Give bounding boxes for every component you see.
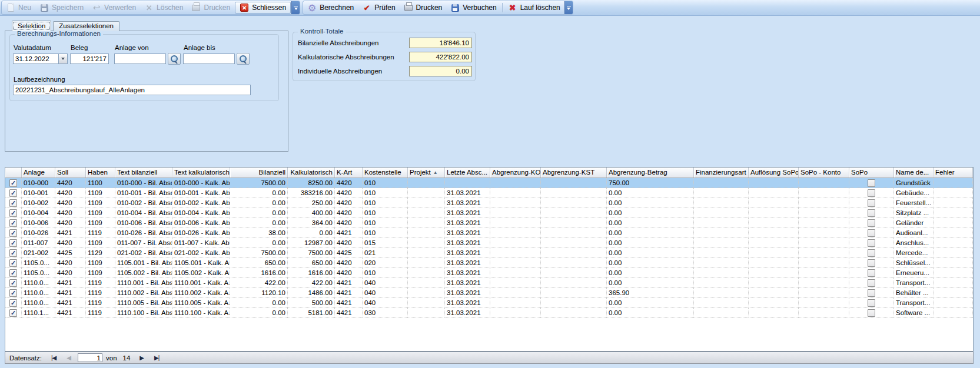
cell-fehler: [934, 228, 973, 237]
sopo-checkbox[interactable]: [868, 269, 875, 277]
sopo-checkbox[interactable]: [868, 259, 875, 267]
column-header-sopo_konto[interactable]: SoPo - Konto: [799, 168, 849, 178]
column-header-name[interactable]: Name de...: [894, 168, 934, 178]
next-record-button[interactable]: ▶: [136, 354, 147, 361]
column-header-soll[interactable]: Soll: [55, 168, 86, 178]
cell-sel: ✓: [5, 178, 22, 188]
first-record-button[interactable]: |◀: [48, 354, 59, 361]
cell-aufl_sopo: [749, 278, 799, 287]
sopo-checkbox[interactable]: [868, 209, 875, 217]
drucken-button[interactable]: Drucken: [187, 1, 234, 14]
sopo-checkbox[interactable]: [868, 229, 875, 237]
column-header-finanzierungsart[interactable]: Finanzierungsart: [694, 168, 749, 178]
schliessen-button[interactable]: ✕ Schliessen: [235, 2, 291, 14]
table-row[interactable]: ✓010-00244201109010-002 - Bil. Absc...01…: [5, 198, 973, 208]
sopo-checkbox[interactable]: [868, 219, 875, 227]
row-checkbox[interactable]: ✓: [9, 199, 17, 207]
table-row[interactable]: ✓010-00044201100010-000 - Bil. Absc...01…: [5, 178, 973, 188]
row-checkbox[interactable]: ✓: [9, 309, 17, 317]
loeschen-button[interactable]: ✕ Löschen: [140, 1, 187, 14]
column-header-kalkulatorisch[interactable]: Kalkulatorisch: [288, 168, 335, 178]
table-row[interactable]: ✓010-00644201109010-006 - Bil. Absc...01…: [5, 218, 973, 228]
row-checkbox[interactable]: ✓: [9, 269, 17, 277]
column-header-bilanziell[interactable]: Bilanziell: [230, 168, 288, 178]
table-row[interactable]: ✓1110.0...442111191110.002 - Bil. Abs...…: [5, 288, 973, 298]
schliessen-label: Schliessen: [252, 4, 286, 12]
verwerfen-button[interactable]: ↩ Verwerfen: [88, 1, 140, 14]
table-row[interactable]: ✓021-00244251129021-002 - Bil. Absc...02…: [5, 248, 973, 258]
sopo-checkbox[interactable]: [868, 299, 875, 307]
table-row[interactable]: ✓1110.0...442111191110.005 - Bil. Abs...…: [5, 298, 973, 308]
toolbar-overflow-button[interactable]: [564, 1, 573, 14]
previous-record-button[interactable]: ◀: [63, 354, 74, 361]
sopo-checkbox[interactable]: [868, 309, 875, 317]
column-header-anlage[interactable]: Anlage: [22, 168, 55, 178]
table-row[interactable]: ✓010-00144201109010-001 - Bil. Absc...01…: [5, 188, 973, 198]
column-header-projekt[interactable]: Projekt▲: [408, 168, 445, 178]
sopo-checkbox[interactable]: [868, 249, 875, 257]
current-record-input[interactable]: [78, 353, 102, 362]
row-checkbox[interactable]: ✓: [9, 259, 17, 267]
cell-sopo: [849, 248, 894, 257]
column-header-kostenstelle[interactable]: Kostenstelle: [363, 168, 408, 178]
cell-sopo_konto: [799, 238, 849, 247]
sopo-checkbox[interactable]: [868, 199, 875, 207]
cell-kalkulatorisch: 650.00: [288, 258, 335, 267]
column-header-kart[interactable]: K-Art: [335, 168, 363, 178]
row-checkbox[interactable]: ✓: [9, 229, 17, 237]
sopo-checkbox[interactable]: [868, 179, 875, 187]
cell-kalkulatorisch: 400.00: [288, 208, 335, 218]
verbuchen-button[interactable]: Verbuchen: [446, 1, 500, 14]
pruefen-button[interactable]: ✔ Prüfen: [358, 1, 399, 14]
row-checkbox[interactable]: ✓: [9, 179, 17, 187]
tab-selektion[interactable]: Selektion: [12, 21, 51, 31]
cell-kostenstelle: 021: [363, 248, 408, 257]
last-record-button[interactable]: ▶|: [151, 354, 162, 361]
cell-aufl_sopo: [749, 238, 799, 247]
sopo-checkbox[interactable]: [868, 279, 875, 287]
toolbar-overflow-button[interactable]: [291, 1, 300, 14]
column-header-abgr_koa[interactable]: Abgrenzung-KOA: [490, 168, 541, 178]
cell-sopo: [849, 208, 894, 218]
column-header-aufl_sopo[interactable]: Auflösung SoPo: [749, 168, 799, 178]
table-row[interactable]: ✓1110.1...442111191110.100 - Bil. Abs...…: [5, 308, 973, 318]
table-row[interactable]: ✓010-00444201109010-004 - Bil. Absc...01…: [5, 208, 973, 218]
column-header-fehler[interactable]: Fehler: [934, 168, 973, 178]
speichern-button[interactable]: Speichern: [35, 1, 88, 14]
column-header-text_bil[interactable]: Text bilanziell: [115, 168, 172, 178]
table-row[interactable]: ✓1105.0...442011091105.001 - Bil. Abs...…: [5, 258, 973, 268]
column-header-abgr_betrag[interactable]: Abgrenzung-Betrag: [607, 168, 694, 178]
row-checkbox[interactable]: ✓: [9, 219, 17, 227]
table-row[interactable]: ✓1105.0...442011091105.002 - Bil. Abs...…: [5, 268, 973, 278]
row-checkbox[interactable]: ✓: [9, 209, 17, 217]
cell-abgr_koa: [490, 228, 541, 237]
drucken-run-button[interactable]: Drucken: [400, 1, 447, 14]
lauf-loeschen-button[interactable]: ✖ Lauf löschen: [504, 1, 564, 14]
table-row[interactable]: ✓011-00744201109011-007 - Bil. Absc...01…: [5, 238, 973, 248]
cell-finanzierungsart: [694, 258, 749, 267]
table-row[interactable]: ✓1110.0...442111191110.001 - Bil. Abs...…: [5, 278, 973, 288]
row-checkbox[interactable]: ✓: [9, 299, 17, 307]
neu-button[interactable]: Neu: [2, 1, 35, 14]
column-header-abgr_kst[interactable]: Abgrenzung-KST: [541, 168, 607, 178]
row-checkbox[interactable]: ✓: [9, 239, 17, 247]
column-header-sopo[interactable]: SoPo: [849, 168, 894, 178]
column-header-haben[interactable]: Haben: [86, 168, 115, 178]
cell-bilanziell: 7500.00: [230, 178, 288, 188]
sopo-checkbox[interactable]: [868, 239, 875, 247]
row-checkbox[interactable]: ✓: [9, 249, 17, 257]
berechnen-button[interactable]: ⚙ Berechnen: [303, 1, 358, 14]
row-checkbox[interactable]: ✓: [9, 289, 17, 297]
column-header-sel[interactable]: [5, 168, 22, 178]
cell-kostenstelle: 040: [363, 278, 408, 287]
table-row[interactable]: ✓010-02644211119010-026 - Bil. Absc...01…: [5, 228, 973, 238]
sopo-checkbox[interactable]: [868, 289, 875, 297]
sopo-checkbox[interactable]: [868, 189, 875, 197]
cell-abgr_betrag: 0.00: [607, 278, 694, 287]
column-header-text_kalk[interactable]: Text kalkulatorisch: [172, 168, 230, 178]
tab-zusatzselektionen[interactable]: Zusatzselektionen: [53, 21, 119, 31]
row-checkbox[interactable]: ✓: [9, 189, 17, 197]
row-checkbox[interactable]: ✓: [9, 279, 17, 287]
cell-bilanziell: 0.00: [230, 298, 288, 307]
column-header-letzte[interactable]: Letzte Absc...: [445, 168, 490, 178]
